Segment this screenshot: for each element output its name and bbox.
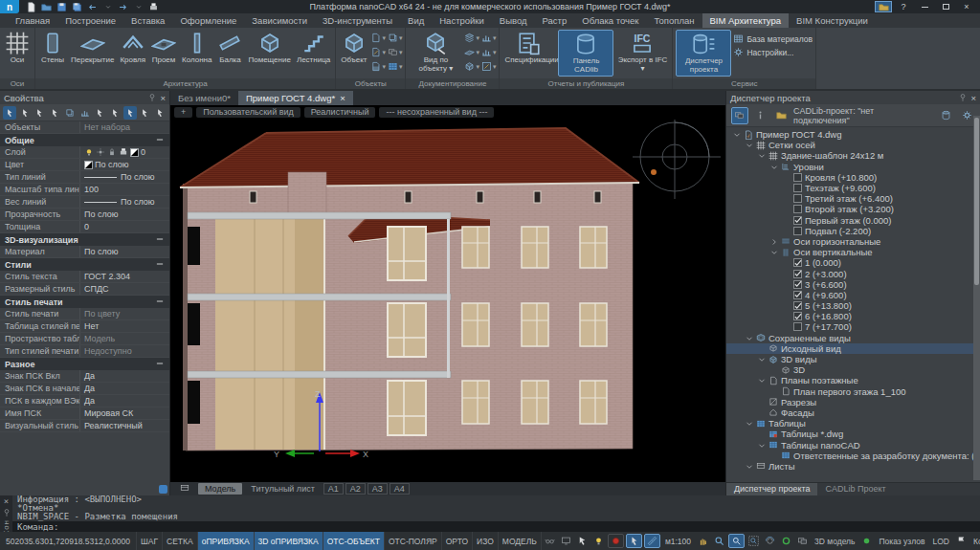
property-value[interactable]: Да <box>80 384 169 393</box>
property-section-Стили[interactable]: Стили <box>0 258 169 271</box>
qat-print-button[interactable] <box>147 1 160 12</box>
qat-dd-button[interactable] <box>101 1 114 12</box>
tree-item[interactable]: Сетки осей <box>726 140 980 150</box>
ribbon-button-Проем[interactable]: Проем <box>149 30 178 77</box>
bulb-button[interactable] <box>590 532 607 550</box>
tree-item[interactable]: Уровни <box>726 162 980 172</box>
ribbon-tab-BIM Конструкции[interactable]: BIM Конструкции <box>789 13 876 28</box>
drawing-canvas[interactable]: Z Y X <box>170 120 725 482</box>
select-add-button[interactable] <box>3 106 16 120</box>
tree-item[interactable]: Оси горизонтальные <box>726 236 980 247</box>
property-value[interactable]: СПДС <box>80 284 169 294</box>
ruler-button[interactable] <box>644 534 660 548</box>
tree-item[interactable]: Пример ГОСТ 4.dwg <box>726 129 980 140</box>
property-value[interactable]: 0 <box>80 147 169 157</box>
property-value[interactable]: По слою <box>80 197 169 207</box>
flag-button[interactable] <box>953 532 969 550</box>
tree-item[interactable]: Ответственные за разработку документа: (… <box>726 451 980 461</box>
checkbox[interactable] <box>793 312 802 320</box>
select-poly-button[interactable] <box>48 106 61 120</box>
tree-item[interactable]: 3D <box>726 364 980 375</box>
tree-item[interactable]: 6 (+16.800) <box>726 311 980 321</box>
tree-item[interactable]: Фасады <box>726 407 980 418</box>
chevron-right-icon[interactable] <box>769 237 778 246</box>
ribbon-tab-Растр[interactable]: Растр <box>535 13 575 28</box>
document-tab[interactable]: Пример ГОСТ 4.dwg*× <box>238 91 353 105</box>
checkbox[interactable] <box>793 173 802 182</box>
property-value[interactable]: Недоступно <box>80 346 169 356</box>
checkbox[interactable] <box>793 184 802 192</box>
close-icon[interactable]: × <box>4 496 9 506</box>
property-value[interactable]: Реалистичный <box>80 421 169 430</box>
ribbon-tab-Главная[interactable]: Главная <box>8 13 57 28</box>
panel-tab-Диспетчер проекта[interactable]: Диспетчер проекта <box>726 483 817 495</box>
cycle-button[interactable] <box>153 106 167 120</box>
ribbon-button-Диспетчер проекта[interactable]: Диспетчер проекта <box>676 30 731 77</box>
ribbon-tab-3D-инструменты[interactable]: 3D-инструменты <box>315 13 400 28</box>
command-input[interactable]: Команда: <box>12 521 980 532</box>
tree-item[interactable]: Сохраненные виды <box>726 333 980 343</box>
ribbon-tab-Зависимости[interactable]: Зависимости <box>244 13 315 28</box>
pick-box-button[interactable] <box>123 106 137 120</box>
chevron-down-icon[interactable] <box>732 130 741 139</box>
ribbon-small-sheet-half-button[interactable]: ▾ <box>370 60 386 73</box>
ribbon-small-layers-button[interactable]: ▾ <box>464 32 479 44</box>
layout-tab-А3[interactable]: А3 <box>368 483 388 495</box>
qat-undo-button[interactable] <box>86 1 99 12</box>
property-section-Стиль печати[interactable]: Стиль печати <box>0 296 169 308</box>
db-button[interactable] <box>938 107 955 124</box>
qat-redo-button[interactable] <box>117 1 129 12</box>
tree-item[interactable]: План первого этажа 1_100 <box>726 386 980 397</box>
pin-icon[interactable] <box>2 508 11 517</box>
status-label[interactable]: м1:100 <box>661 532 695 550</box>
zoom-button[interactable] <box>711 532 727 550</box>
panel-tab-CADLib Проект[interactable]: CADLib Проект <box>817 483 893 495</box>
scrollbar[interactable] <box>973 116 980 480</box>
qat-open-folder-button[interactable] <box>40 1 53 12</box>
select-rect-button[interactable] <box>33 106 46 120</box>
cursor-light-button[interactable] <box>574 532 590 550</box>
status-toggle-ИЗО[interactable]: ИЗО <box>473 532 499 550</box>
ribbon-button-Настройки...[interactable]: Настройки... <box>733 47 813 57</box>
layout-tab-А2[interactable]: А2 <box>345 483 366 495</box>
document-tab[interactable]: Без имени0* <box>170 91 238 105</box>
tree-item[interactable]: 1 (0.000) <box>726 257 980 268</box>
close-icon[interactable]: × <box>340 91 345 105</box>
tree-item[interactable]: Здание-шаблон 24x12 м <box>726 150 980 161</box>
ribbon-button-Помещение[interactable]: Помещение <box>246 30 292 77</box>
panel-grip[interactable] <box>159 485 167 494</box>
chevron-down-icon[interactable] <box>769 248 778 256</box>
red-toggle-button[interactable] <box>608 534 624 548</box>
ribbon-button-Оси[interactable]: Оси <box>3 30 32 77</box>
tree-item[interactable]: Листы <box>726 461 980 472</box>
property-value[interactable]: Да <box>80 396 169 406</box>
ribbon-tab-Вывод[interactable]: Вывод <box>492 13 535 28</box>
pin-icon[interactable] <box>147 93 157 102</box>
screens-button[interactable] <box>731 107 748 124</box>
checkbox[interactable] <box>793 270 802 278</box>
orbit-green-button[interactable] <box>778 532 794 550</box>
pick2-button[interactable] <box>108 106 122 120</box>
monitor-button[interactable] <box>558 532 574 550</box>
ribbon-tab-BIM Архитектура[interactable]: BIM Архитектура <box>702 13 790 28</box>
screens-button[interactable] <box>794 532 811 550</box>
tree-item[interactable]: Кровля (+10.800) <box>726 172 980 183</box>
checkbox[interactable] <box>793 291 802 299</box>
ribbon-small-sketch-button[interactable]: ▾ <box>481 60 497 73</box>
status-toggle-ОТС-ОБЪЕКТ[interactable]: ОТС-ОБЪЕКТ <box>323 532 385 550</box>
ribbon-button-Стены[interactable]: Стены <box>38 30 67 77</box>
open-project-button[interactable] <box>772 107 790 124</box>
orbit-button[interactable] <box>762 532 778 550</box>
ribbon-button-Спецификации[interactable]: Спецификации <box>502 30 556 77</box>
chevron-down-icon[interactable] <box>745 462 753 471</box>
qat-dd-button[interactable] <box>132 1 145 12</box>
property-value[interactable]: По слою <box>80 172 169 182</box>
ribbon-button-Объект[interactable]: Объект <box>339 30 368 77</box>
tree-item[interactable]: Планы поэтажные <box>726 375 980 385</box>
tree-item[interactable]: Второй этаж (+3.200) <box>726 204 980 214</box>
property-section-Разное[interactable]: Разное <box>0 358 169 370</box>
ribbon-tab-Построение[interactable]: Построение <box>57 13 123 28</box>
tree-item[interactable]: 3 (+6.600) <box>726 279 980 290</box>
property-value[interactable]: По слою <box>80 247 169 256</box>
chevron-down-icon[interactable] <box>757 376 766 385</box>
